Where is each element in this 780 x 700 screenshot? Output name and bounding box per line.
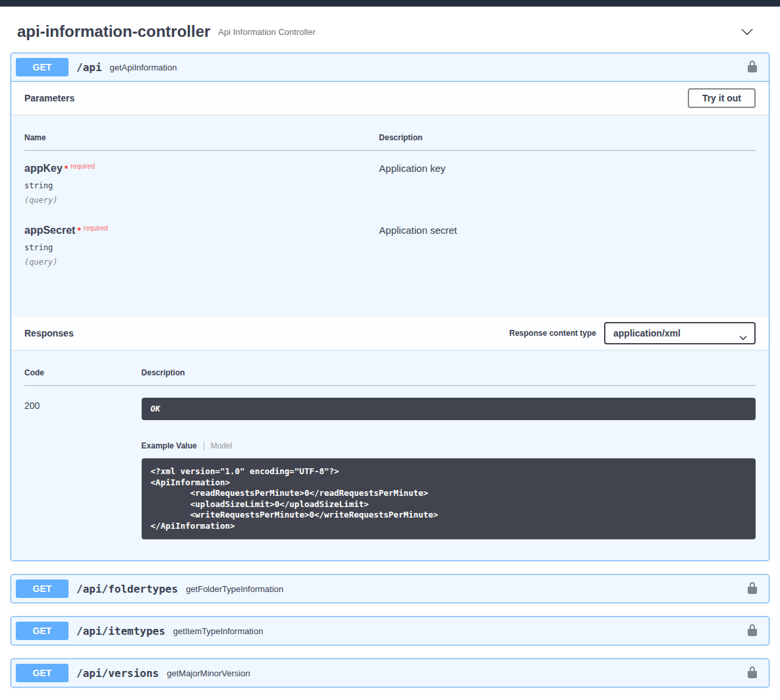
responses-table: Code Description 200 OK Example Value Mo [24,363,756,547]
parameters-title: Parameters [24,93,74,103]
operation-block-get-api: GET /api getApiInformation Parameters Tr… [11,53,769,561]
name-column-header: Name [24,128,379,151]
operation-summary-text: getFolderTypeInformation [186,584,283,594]
parameters-section-header: Parameters Try it out [11,82,769,115]
operation-summary[interactable]: GET /api/itemtypes getItemTypeInformatio… [11,617,769,645]
parameter-description: Application key [379,151,756,213]
operation-path: /api [76,61,102,74]
swagger-ui: api-information-controller Api Informati… [0,7,780,700]
get-method-badge: GET [16,664,69,682]
get-method-badge: GET [16,622,69,640]
parameter-type: string [24,236,379,252]
responses-container: Code Description 200 OK Example Value Mo [11,350,769,560]
top-chrome-bar [0,0,780,7]
operation-block-get-foldertypes: GET /api/foldertypes getFolderTypeInform… [11,574,769,603]
response-content-type-select[interactable]: application/xml [604,322,756,344]
operation-summary-text: getApiInformation [110,63,177,72]
operation-summary[interactable]: GET /api/versions getMajorMinorVersion [11,659,769,687]
try-it-out-button[interactable]: Try it out [688,88,756,108]
parameter-location: (query) [24,252,379,267]
required-label: required [84,225,108,232]
parameter-type: string [24,175,379,190]
lock-icon [746,581,759,597]
auth-lock-button[interactable] [740,622,764,640]
get-method-badge: GET [16,58,69,76]
operation-body: Parameters Try it out Name Description [11,82,769,560]
parameter-description: Application secret [379,213,756,275]
tab-example-value[interactable]: Example Value [142,441,204,450]
operation-path: /api/itemtypes [76,625,165,637]
lock-icon [746,60,759,75]
lock-icon [746,666,759,681]
parameter-location: (query) [24,190,379,205]
response-content-type-label: Response content type [509,329,596,338]
operation-path: /api/foldertypes [76,583,178,595]
parameter-row: appSecret*required string (query) Applic… [24,213,756,275]
get-method-badge: GET [16,579,69,598]
parameter-row: appKey*required string (query) Applicati… [24,151,756,213]
response-code: 200 [24,386,142,548]
responses-section-header: Responses Response content type applicat… [11,317,769,350]
tag-title: api-information-controller [17,22,210,41]
operation-path: /api/versions [76,667,159,680]
required-asterisk: * [65,163,68,174]
required-label: required [70,163,95,170]
parameter-name: appKey*required [24,163,379,175]
auth-lock-button[interactable] [740,580,764,598]
tag-section-header[interactable]: api-information-controller Api Informati… [11,7,769,53]
operation-block-get-itemtypes: GET /api/itemtypes getItemTypeInformatio… [11,616,769,645]
parameter-name: appSecret*required [24,225,379,236]
tab-model[interactable]: Model [204,441,233,450]
description-column-header: Description [379,128,756,151]
responses-title: Responses [24,328,74,338]
required-asterisk: * [77,225,80,236]
parameters-table: Name Description appKey*required string … [24,128,756,275]
operation-block-get-versions: GET /api/versions getMajorMinorVersion [11,659,769,687]
response-status-text: OK [142,398,756,420]
parameters-container: Name Description appKey*required string … [11,115,769,317]
operation-summary-text: getMajorMinorVersion [167,668,250,678]
operation-summary[interactable]: GET /api/foldertypes getFolderTypeInform… [11,575,769,603]
example-model-tabs: Example Value Model [142,441,756,450]
code-column-header: Code [24,363,142,386]
chevron-down-icon [739,332,747,342]
response-row: 200 OK Example Value Model <?xml version… [24,386,756,548]
description-column-header: Description [142,363,756,386]
selected-content-type: application/xml [613,328,681,338]
operation-summary[interactable]: GET /api getApiInformation [11,53,769,82]
auth-lock-button[interactable] [740,59,764,76]
auth-lock-button[interactable] [740,664,764,682]
response-example-xml: <?xml version="1.0" encoding="UTF-8"?> <… [142,458,756,539]
response-content-type-group: Response content type application/xml [509,322,756,344]
operation-summary-text: getItemTypeInformation [173,626,264,636]
chevron-down-icon[interactable] [740,25,754,38]
tag-subtitle: Api Information Controller [218,27,315,37]
lock-icon [746,624,759,639]
